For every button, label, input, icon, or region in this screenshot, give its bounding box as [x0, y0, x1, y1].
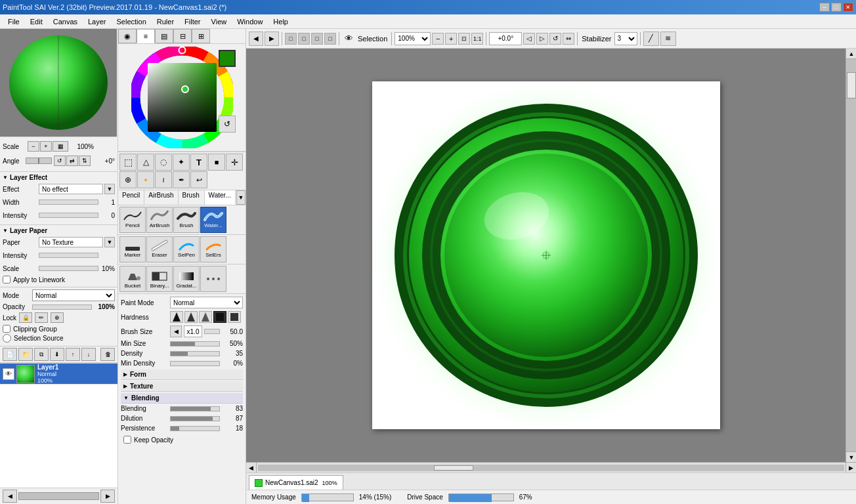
- ruler-tool-btn[interactable]: ≋: [660, 32, 676, 46]
- brush-size-slider[interactable]: [204, 329, 220, 334]
- zoom-minus-btn[interactable]: −: [432, 33, 444, 45]
- brush-icon-water[interactable]: Water...: [200, 207, 226, 233]
- hardness-btn-5[interactable]: [228, 311, 241, 323]
- canvas-vscrollbar[interactable]: ▲ ▼: [845, 49, 856, 462]
- color-tab-hsv[interactable]: ≡: [137, 29, 155, 43]
- color-wheel-area[interactable]: ↺: [118, 44, 246, 152]
- hardness-btn-3[interactable]: [199, 311, 212, 323]
- magic-wand-tool[interactable]: ✦: [173, 154, 190, 171]
- mirror-btn[interactable]: ⇔: [563, 33, 574, 45]
- brush-marker[interactable]: Marker: [119, 236, 146, 262]
- canvas-viewport[interactable]: [246, 49, 845, 462]
- hscroll-right-btn[interactable]: ▶: [845, 463, 856, 473]
- vscroll-up-btn[interactable]: ▲: [846, 49, 856, 59]
- brush-size-prev-btn[interactable]: ◀: [170, 326, 182, 337]
- layer-visibility-toggle[interactable]: 👁: [3, 368, 14, 380]
- scale-decrease[interactable]: −: [28, 141, 39, 152]
- form-section-toggle[interactable]: ▶ Form: [121, 369, 243, 380]
- poly-select-tool[interactable]: △: [137, 154, 154, 171]
- smear-tool[interactable]: ≀: [155, 171, 172, 188]
- layer-item[interactable]: 👁 Layer1 Normal 100%: [0, 364, 118, 385]
- scale-extra[interactable]: ▦: [53, 141, 68, 152]
- width-slider[interactable]: [39, 200, 98, 205]
- duplicate-layer-btn[interactable]: ⧉: [34, 348, 49, 361]
- mode-select[interactable]: Normal: [32, 289, 115, 301]
- angle-flip-h[interactable]: ⇄: [66, 156, 78, 166]
- brush-icon-3[interactable]: Brush: [173, 207, 200, 233]
- menu-edit[interactable]: Edit: [25, 16, 48, 27]
- vscroll-thumb[interactable]: [847, 72, 856, 98]
- lock-transparency-btn[interactable]: 🔒: [19, 312, 32, 323]
- dilution-slider[interactable]: [170, 416, 220, 421]
- texture-section-toggle[interactable]: ▶ Texture: [121, 381, 243, 392]
- menu-layer[interactable]: Layer: [83, 16, 112, 27]
- text-tool[interactable]: T: [190, 154, 207, 171]
- brush-tab-brush[interactable]: Brush: [179, 190, 205, 205]
- minimize-button[interactable]: ─: [819, 3, 830, 12]
- scale-increase[interactable]: +: [40, 141, 52, 152]
- paper-scale-slider[interactable]: [39, 266, 98, 271]
- hscroll-track[interactable]: [258, 465, 844, 471]
- hardness-btn-4[interactable]: [213, 311, 226, 323]
- paint-mode-select[interactable]: Normal: [170, 297, 243, 308]
- binary-tool[interactable]: Binary...: [146, 266, 173, 292]
- effect-dropdown[interactable]: ▼: [104, 184, 115, 194]
- color-tab-other[interactable]: ⊞: [192, 29, 210, 43]
- layer-scroll-right[interactable]: ▶: [100, 490, 115, 503]
- drawing-canvas[interactable]: [372, 81, 720, 429]
- color-refresh-btn[interactable]: ↺: [219, 116, 236, 133]
- density-slider[interactable]: [170, 351, 220, 356]
- brush-tab-pencil[interactable]: Pencil: [118, 190, 144, 205]
- zoom-100-btn[interactable]: 1:1: [471, 33, 483, 45]
- blending-slider[interactable]: [170, 406, 220, 411]
- move-down-btn[interactable]: ↓: [81, 348, 96, 361]
- lock-move-btn[interactable]: ⊕: [51, 312, 64, 323]
- brush-size-mult[interactable]: [184, 326, 202, 337]
- paper-intensity-slider[interactable]: [39, 253, 98, 258]
- pen-tool[interactable]: ✒: [173, 171, 190, 188]
- brush-tab-airbrush[interactable]: AirBrush: [144, 190, 178, 205]
- lasso-select-tool[interactable]: ◌: [155, 154, 172, 171]
- pen-tool-btn[interactable]: ╱: [643, 32, 659, 46]
- zoom-tool[interactable]: ⊕: [119, 171, 137, 188]
- color-tab-mix[interactable]: ⊟: [173, 29, 192, 43]
- menu-ruler[interactable]: Ruler: [152, 16, 179, 27]
- color-fill-tool[interactable]: ■: [208, 154, 225, 171]
- menu-window[interactable]: Window: [232, 16, 268, 27]
- blending-section-toggle[interactable]: ▼ Blending: [121, 393, 243, 404]
- color-tab-rgb[interactable]: ▤: [155, 29, 173, 43]
- zoom-plus-btn[interactable]: +: [445, 33, 457, 45]
- angle-reset[interactable]: ↺: [54, 156, 66, 166]
- brush-tabs-scroll-down[interactable]: ▼: [236, 190, 246, 205]
- canvas-state-2[interactable]: □: [298, 33, 310, 45]
- intensity-slider[interactable]: [39, 213, 98, 218]
- undo-sel-tool[interactable]: ↩: [190, 171, 207, 188]
- keep-opacity-checkbox[interactable]: [123, 436, 131, 444]
- canvas-state-3[interactable]: □: [311, 33, 323, 45]
- zoom-select[interactable]: 100%: [395, 32, 431, 45]
- menu-selection[interactable]: Selection: [112, 16, 152, 27]
- hardness-btn-1[interactable]: [170, 311, 183, 323]
- canvas-state-4[interactable]: □: [324, 33, 336, 45]
- nav-forward-btn[interactable]: ▶: [265, 32, 279, 46]
- rotate-ccw-btn[interactable]: ◁: [523, 33, 535, 45]
- delete-layer-btn[interactable]: 🗑: [100, 348, 115, 361]
- brush-icon-1[interactable]: Pencil: [119, 207, 146, 233]
- vscroll-down-btn[interactable]: ▼: [846, 452, 856, 462]
- rect-select-tool[interactable]: ⬚: [119, 154, 137, 171]
- color-picker-dot[interactable]: [182, 86, 188, 93]
- current-color-swatch[interactable]: [219, 50, 236, 67]
- menu-help[interactable]: Help: [268, 16, 293, 27]
- canvas-state-1[interactable]: □: [285, 33, 297, 45]
- selection-source-radio[interactable]: [3, 334, 11, 343]
- brush-selpen[interactable]: SelPen: [173, 236, 200, 262]
- maximize-button[interactable]: □: [831, 3, 842, 12]
- new-layer-btn[interactable]: 📄: [3, 348, 17, 361]
- zoom-fit-btn[interactable]: ⊡: [458, 33, 470, 45]
- apply-linework-checkbox[interactable]: [3, 276, 11, 284]
- color-tab-wheel[interactable]: ◉: [118, 29, 137, 43]
- layer-scroll-left[interactable]: ◀: [3, 490, 17, 503]
- canvas-tab[interactable]: NewCanvas1.sai2 100%: [249, 475, 343, 490]
- brush-selers[interactable]: SelErs: [200, 236, 226, 262]
- min-density-slider[interactable]: [170, 361, 220, 366]
